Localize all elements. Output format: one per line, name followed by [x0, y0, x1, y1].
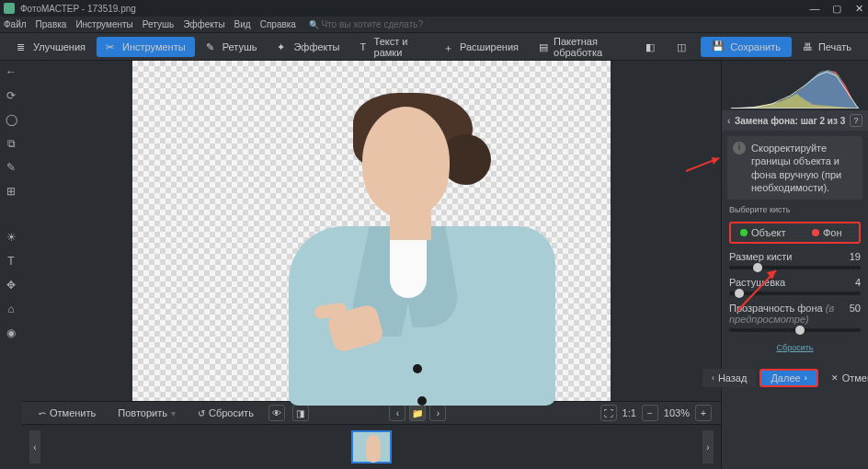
- redo-button[interactable]: Повторить ▾: [110, 406, 183, 420]
- opacity-slider[interactable]: [729, 328, 861, 332]
- feather-slider[interactable]: [729, 292, 861, 295]
- panel-title: Замена фона: шаг 2 из 3: [730, 116, 850, 126]
- undo-button[interactable]: ⤺ Отменить: [31, 406, 103, 420]
- thumbnail-current[interactable]: [351, 430, 392, 463]
- feather-value: 4: [855, 277, 861, 288]
- tool-crop[interactable]: ⧉: [4, 136, 18, 151]
- tool-arrow[interactable]: ←: [4, 64, 18, 79]
- left-toolbar: ← ⟳ ◯ ⧉ ✎ ⊞ ☀ T ✥ ⌂ ◉: [0, 61, 22, 469]
- compare-toggle[interactable]: ◨: [292, 405, 309, 421]
- crop-icon: ✂: [106, 41, 117, 52]
- toolbar-retouch[interactable]: ✎Ретушь: [197, 37, 267, 57]
- menu-search[interactable]: Что вы хотите сделать?: [309, 19, 423, 29]
- window-title: ФотоМАСТЕР - 173519.png: [20, 4, 136, 14]
- menu-file[interactable]: Файл: [4, 19, 27, 29]
- preview-toggle[interactable]: 👁: [268, 405, 285, 421]
- toolbar-batch[interactable]: ▤Пакетная обработка: [530, 37, 634, 57]
- toolbar-compare-side[interactable]: ◫: [668, 37, 697, 57]
- menubar: Файл Правка Инструменты Ретушь Эффекты В…: [0, 17, 868, 33]
- print-icon: 🖶: [803, 41, 813, 52]
- brush-background-button[interactable]: Фон: [795, 223, 860, 242]
- size-label: Размер кисти: [729, 251, 793, 262]
- prev-image-button[interactable]: ‹: [389, 405, 405, 421]
- next-image-button[interactable]: ›: [429, 405, 446, 421]
- toolbar-effects[interactable]: ✦Эффекты: [268, 37, 348, 57]
- filmstrip: ‹ ›: [22, 424, 721, 469]
- tool-clone[interactable]: ✥: [4, 278, 18, 292]
- brush-label: Выберите кисть: [729, 205, 861, 214]
- tool-eye[interactable]: ◉: [4, 326, 18, 340]
- split-icon: ◧: [645, 41, 657, 52]
- opacity-value: 50: [850, 303, 861, 325]
- tool-grid[interactable]: ⊞: [4, 184, 18, 199]
- panel-reset-link[interactable]: Сбросить: [729, 343, 861, 352]
- print-button[interactable]: 🖶Печать: [794, 37, 861, 57]
- green-dot-icon: [740, 229, 748, 236]
- toolbar-compare-split[interactable]: ◧: [636, 37, 666, 57]
- zoom-in-button[interactable]: +: [695, 405, 712, 421]
- plus-icon: ＋: [443, 41, 454, 52]
- save-button[interactable]: 💾Сохранить: [701, 37, 792, 57]
- image-canvas[interactable]: [132, 61, 611, 401]
- close-button[interactable]: ✕: [853, 3, 864, 15]
- histogram[interactable]: [722, 61, 868, 110]
- menu-help[interactable]: Справка: [260, 19, 296, 29]
- minimize-button[interactable]: —: [809, 3, 820, 15]
- menu-edit[interactable]: Правка: [36, 19, 67, 29]
- right-panel: ‹ Замена фона: шаг 2 из 3 ? i Скорректир…: [721, 61, 868, 469]
- sliders-icon: ≣: [17, 41, 28, 52]
- browse-button[interactable]: 📁: [409, 405, 426, 421]
- tool-wb[interactable]: ☀: [4, 230, 18, 245]
- toolbar-extensions[interactable]: ＋Расширения: [434, 37, 528, 57]
- sparkle-icon: ✦: [277, 41, 288, 52]
- feather-label: Растушевка: [729, 277, 785, 288]
- zoom-ratio[interactable]: 1:1: [622, 407, 636, 418]
- brush-object-button[interactable]: Объект: [731, 223, 795, 242]
- side-icon: ◫: [677, 41, 688, 52]
- app-icon: [4, 3, 15, 14]
- menu-tools[interactable]: Инструменты: [75, 19, 132, 29]
- tool-text[interactable]: T: [4, 254, 18, 269]
- toolbar-text[interactable]: TТекст и рамки: [350, 37, 432, 57]
- filmstrip-next[interactable]: ›: [702, 430, 714, 463]
- titlebar: ФотоМАСТЕР - 173519.png — ▢ ✕: [0, 0, 868, 17]
- zoom-out-button[interactable]: −: [642, 405, 658, 421]
- menu-effects[interactable]: Эффекты: [183, 19, 224, 29]
- toolbar: ≣Улучшения ✂Инструменты ✎Ретушь ✦Эффекты…: [0, 33, 868, 61]
- brush-selector: Объект Фон: [729, 222, 861, 244]
- tool-heal[interactable]: ⌂: [4, 302, 18, 316]
- opacity-label: Прозрачность фона (в предпросмотре): [729, 303, 850, 325]
- red-dot-icon: [812, 229, 819, 236]
- toolbar-enhance[interactable]: ≣Улучшения: [7, 37, 95, 57]
- text-icon: T: [360, 41, 368, 52]
- stack-icon: ▤: [539, 41, 548, 52]
- fit-button[interactable]: ⛶: [600, 405, 617, 421]
- brush-icon: ✎: [206, 41, 217, 52]
- zoom-percent: 103%: [664, 407, 690, 418]
- wizard-next-button[interactable]: Далее ›: [760, 369, 817, 387]
- canvas-viewport[interactable]: [22, 61, 721, 401]
- wizard-cancel-button[interactable]: ✕ Отмена: [822, 369, 868, 387]
- tool-lasso[interactable]: ◯: [4, 112, 18, 127]
- save-icon: 💾: [712, 40, 725, 52]
- tool-rotate[interactable]: ⟳: [4, 88, 18, 103]
- subject-silhouette: [261, 88, 555, 401]
- size-slider[interactable]: [729, 266, 861, 269]
- menu-retouch[interactable]: Ретушь: [143, 19, 174, 29]
- panel-header: ‹ Замена фона: шаг 2 из 3 ?: [722, 110, 868, 131]
- panel-hint: i Скорректируйте границы объекта и фона …: [727, 136, 862, 200]
- toolbar-tools[interactable]: ✂Инструменты: [97, 37, 195, 57]
- info-icon: i: [733, 142, 746, 154]
- reset-button[interactable]: ↺ Сбросить: [190, 406, 261, 420]
- size-value: 19: [850, 251, 861, 262]
- filmstrip-prev[interactable]: ‹: [29, 430, 40, 463]
- menu-view[interactable]: Вид: [234, 19, 251, 29]
- panel-help-button[interactable]: ?: [850, 114, 862, 127]
- tool-brush[interactable]: ✎: [4, 160, 18, 175]
- maximize-button[interactable]: ▢: [831, 3, 842, 15]
